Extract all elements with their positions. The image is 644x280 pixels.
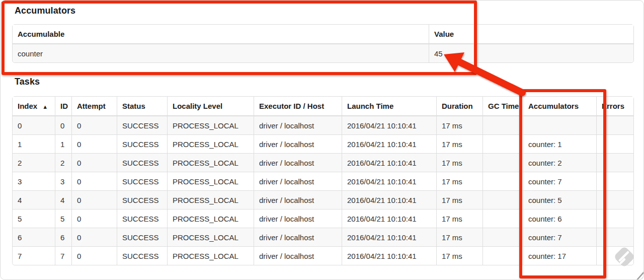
cell-duration: 17 ms — [436, 246, 482, 265]
table-row: 660SUCCESSPROCESS_LOCALdriver / localhos… — [13, 228, 633, 246]
column-header-label: Accumulable — [18, 30, 64, 38]
cell-duration: 17 ms — [436, 209, 482, 228]
cell-duration: 17 ms — [436, 228, 482, 246]
cell-duration: 17 ms — [436, 134, 482, 153]
table-row: 330SUCCESSPROCESS_LOCALdriver / localhos… — [13, 172, 633, 190]
cell-id: 2 — [55, 153, 71, 172]
cell-executor-id-host: driver / localhost — [254, 134, 342, 153]
cell-id: 3 — [55, 172, 71, 190]
column-header-id[interactable]: ID — [55, 97, 71, 116]
tasks-heading: Tasks — [15, 77, 40, 87]
cell-id: 4 — [55, 190, 71, 209]
cell-gc-time — [482, 190, 523, 209]
corner-mark-icon — [636, 271, 644, 280]
tasks-table: Index▲IDAttemptStatusLocality LevelExecu… — [12, 96, 634, 265]
cell-gc-time — [482, 246, 523, 265]
table-row: 440SUCCESSPROCESS_LOCALdriver / localhos… — [13, 190, 633, 209]
cell-executor-id-host: driver / localhost — [254, 246, 342, 265]
cell-errors — [596, 190, 633, 209]
cell-attempt: 0 — [71, 190, 117, 209]
cell-launch-time: 2016/04/21 10:10:41 — [342, 134, 436, 153]
cell-gc-time — [482, 172, 523, 190]
cell-accumulators: counter: 5 — [523, 190, 596, 209]
cell-status: SUCCESS — [117, 172, 167, 190]
cell-id: 6 — [55, 228, 71, 246]
cell-launch-time: 2016/04/21 10:10:41 — [342, 116, 436, 134]
cell-errors — [596, 134, 633, 153]
table-row: 550SUCCESSPROCESS_LOCALdriver / localhos… — [13, 209, 633, 228]
accumulators-heading: Accumulators — [15, 6, 75, 16]
cell-index: 5 — [13, 209, 55, 228]
column-header-accumulators[interactable]: Accumulators — [523, 97, 596, 116]
column-header-index[interactable]: Index▲ — [13, 97, 55, 116]
cell-executor-id-host: driver / localhost — [254, 153, 342, 172]
cell-accumulators — [523, 116, 596, 134]
column-header-errors[interactable]: Errors — [596, 97, 633, 116]
cell-executor-id-host: driver / localhost — [254, 209, 342, 228]
cell-attempt: 0 — [71, 209, 117, 228]
cell-locality-level: PROCESS_LOCAL — [167, 134, 254, 153]
cell-duration: 17 ms — [436, 153, 482, 172]
cell-executor-id-host: driver / localhost — [254, 190, 342, 209]
sort-ascending-icon: ▲ — [42, 104, 48, 110]
column-header-status[interactable]: Status — [117, 97, 167, 116]
column-header-label: Value — [434, 30, 454, 38]
column-header-value[interactable]: Value — [429, 25, 633, 44]
cell-launch-time: 2016/04/21 10:10:41 — [342, 172, 436, 190]
cell-executor-id-host: driver / localhost — [254, 116, 342, 134]
cell-locality-level: PROCESS_LOCAL — [167, 209, 254, 228]
cell-gc-time — [482, 228, 523, 246]
cell-accumulators: counter: 2 — [523, 153, 596, 172]
cell-status: SUCCESS — [117, 228, 167, 246]
cell-id: 7 — [55, 246, 71, 265]
cell-index: 4 — [13, 190, 55, 209]
column-header-duration[interactable]: Duration — [436, 97, 482, 116]
spark-stage-page: Accumulators AccumulableValue counter45 … — [0, 0, 644, 280]
column-header-label: Errors — [602, 102, 624, 110]
cell-index: 6 — [13, 228, 55, 246]
column-header-label: Status — [122, 102, 145, 110]
cell-attempt: 0 — [71, 153, 117, 172]
header-row: AccumulableValue — [13, 25, 633, 44]
cell-index: 2 — [13, 153, 55, 172]
column-header-label: Locality Level — [173, 102, 222, 110]
cell-executor-id-host: driver / localhost — [254, 172, 342, 190]
cell-locality-level: PROCESS_LOCAL — [167, 172, 254, 190]
column-header-launch-time[interactable]: Launch Time — [342, 97, 436, 116]
cell-accumulators: counter: 17 — [523, 246, 596, 265]
cell-duration: 17 ms — [436, 190, 482, 209]
table-row: 000SUCCESSPROCESS_LOCALdriver / localhos… — [13, 116, 633, 134]
cell-index: 0 — [13, 116, 55, 134]
cell-attempt: 0 — [71, 134, 117, 153]
column-header-locality-level[interactable]: Locality Level — [167, 97, 254, 116]
cell-locality-level: PROCESS_LOCAL — [167, 116, 254, 134]
cell-status: SUCCESS — [117, 246, 167, 265]
cell-locality-level: PROCESS_LOCAL — [167, 153, 254, 172]
header-row: Index▲IDAttemptStatusLocality LevelExecu… — [13, 97, 633, 116]
cell-duration: 17 ms — [436, 172, 482, 190]
cell-locality-level: PROCESS_LOCAL — [167, 246, 254, 265]
cell-errors — [596, 228, 633, 246]
column-header-label: ID — [60, 102, 68, 110]
column-header-label: Attempt — [77, 102, 106, 110]
column-header-executor-id-host[interactable]: Executor ID / Host — [254, 97, 342, 116]
column-header-label: Accumulators — [528, 102, 579, 110]
cell-id: 1 — [55, 134, 71, 153]
cell-value: 45 — [429, 44, 633, 62]
column-header-label: Index — [18, 102, 37, 110]
column-header-attempt[interactable]: Attempt — [71, 97, 117, 116]
cell-launch-time: 2016/04/21 10:10:41 — [342, 246, 436, 265]
cell-attempt: 0 — [71, 246, 117, 265]
cell-index: 7 — [13, 246, 55, 265]
column-header-accumulable[interactable]: Accumulable — [13, 25, 429, 44]
cell-gc-time — [482, 116, 523, 134]
cell-accumulators: counter: 6 — [523, 209, 596, 228]
cell-errors — [596, 209, 633, 228]
column-header-gc-time[interactable]: GC Time — [482, 97, 523, 116]
table-row: counter45 — [13, 44, 633, 62]
cell-duration: 17 ms — [436, 116, 482, 134]
cell-accumulators: counter: 7 — [523, 172, 596, 190]
cell-accumulators: counter: 1 — [523, 134, 596, 153]
cell-status: SUCCESS — [117, 153, 167, 172]
table-row: 770SUCCESSPROCESS_LOCALdriver / localhos… — [13, 246, 633, 265]
